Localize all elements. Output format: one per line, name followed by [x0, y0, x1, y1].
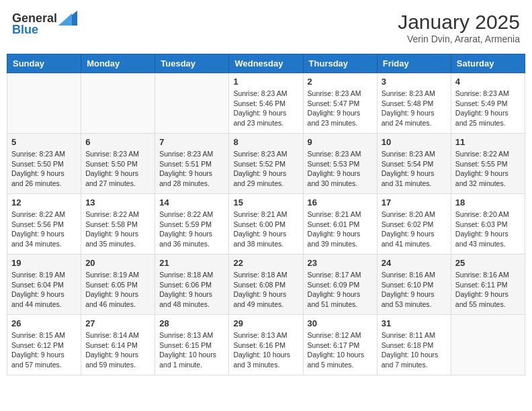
day-number: 31: [382, 318, 447, 328]
day-info: Sunrise: 8:13 AM Sunset: 6:15 PM Dayligh…: [159, 330, 224, 370]
day-number: 17: [382, 197, 447, 208]
calendar-day: 30Sunrise: 8:12 AM Sunset: 6:17 PM Dayli…: [303, 315, 377, 375]
calendar-day: 16Sunrise: 8:21 AM Sunset: 6:01 PM Dayli…: [303, 194, 377, 255]
calendar-day: 4Sunrise: 8:23 AM Sunset: 5:49 PM Daylig…: [451, 73, 525, 134]
calendar-day: 26Sunrise: 8:15 AM Sunset: 6:12 PM Dayli…: [7, 315, 81, 375]
day-info: Sunrise: 8:21 AM Sunset: 6:01 PM Dayligh…: [308, 210, 373, 249]
logo-icon: [58, 11, 77, 26]
calendar-week-4: 19Sunrise: 8:19 AM Sunset: 6:04 PM Dayli…: [7, 255, 525, 315]
day-number: 29: [233, 318, 298, 328]
days-of-week-row: SundayMondayTuesdayWednesdayThursdayFrid…: [7, 54, 525, 73]
calendar-day: 1Sunrise: 8:23 AM Sunset: 5:46 PM Daylig…: [229, 73, 303, 134]
calendar-day: 6Sunrise: 8:23 AM Sunset: 5:50 PM Daylig…: [81, 134, 155, 194]
dow-header-tuesday: Tuesday: [155, 54, 229, 73]
day-number: 2: [308, 77, 373, 87]
day-info: Sunrise: 8:22 AM Sunset: 5:55 PM Dayligh…: [455, 149, 521, 189]
dow-header-wednesday: Wednesday: [229, 54, 303, 73]
day-number: 6: [85, 137, 150, 147]
dow-header-sunday: Sunday: [7, 54, 81, 73]
day-number: 7: [159, 137, 224, 147]
day-number: 14: [159, 197, 224, 208]
calendar-day: 17Sunrise: 8:20 AM Sunset: 6:02 PM Dayli…: [377, 194, 451, 255]
logo-blue: Blue: [12, 23, 38, 37]
calendar-day: 29Sunrise: 8:13 AM Sunset: 6:16 PM Dayli…: [229, 315, 303, 375]
day-number: 11: [455, 137, 521, 147]
day-number: 3: [382, 77, 447, 87]
day-info: Sunrise: 8:23 AM Sunset: 5:52 PM Dayligh…: [233, 149, 298, 189]
day-info: Sunrise: 8:21 AM Sunset: 6:00 PM Dayligh…: [233, 210, 298, 249]
calendar-day: 20Sunrise: 8:19 AM Sunset: 6:05 PM Dayli…: [81, 255, 155, 315]
location: Verin Dvin, Ararat, Armenia: [398, 34, 520, 44]
day-number: 25: [455, 258, 521, 268]
day-number: 27: [85, 318, 150, 328]
day-number: 15: [233, 197, 298, 208]
day-info: Sunrise: 8:23 AM Sunset: 5:51 PM Dayligh…: [159, 149, 224, 189]
day-info: Sunrise: 8:23 AM Sunset: 5:50 PM Dayligh…: [85, 149, 150, 189]
day-number: 18: [455, 197, 521, 208]
day-number: 30: [308, 318, 373, 328]
calendar-day: 22Sunrise: 8:18 AM Sunset: 6:08 PM Dayli…: [229, 255, 303, 315]
calendar-day: 28Sunrise: 8:13 AM Sunset: 6:15 PM Dayli…: [155, 315, 229, 375]
day-info: Sunrise: 8:16 AM Sunset: 6:11 PM Dayligh…: [455, 270, 521, 310]
day-info: Sunrise: 8:13 AM Sunset: 6:16 PM Dayligh…: [233, 330, 298, 370]
day-info: Sunrise: 8:23 AM Sunset: 5:47 PM Dayligh…: [308, 89, 373, 128]
day-info: Sunrise: 8:11 AM Sunset: 6:18 PM Dayligh…: [382, 330, 447, 370]
calendar-day: 13Sunrise: 8:22 AM Sunset: 5:58 PM Dayli…: [81, 194, 155, 255]
calendar-body: 1Sunrise: 8:23 AM Sunset: 5:46 PM Daylig…: [7, 73, 525, 375]
calendar-day: 11Sunrise: 8:22 AM Sunset: 5:55 PM Dayli…: [451, 134, 525, 194]
day-info: Sunrise: 8:19 AM Sunset: 6:04 PM Dayligh…: [11, 270, 77, 310]
calendar-day: 24Sunrise: 8:16 AM Sunset: 6:10 PM Dayli…: [377, 255, 451, 315]
day-info: Sunrise: 8:14 AM Sunset: 6:14 PM Dayligh…: [85, 330, 150, 370]
calendar-day: 3Sunrise: 8:23 AM Sunset: 5:48 PM Daylig…: [377, 73, 451, 134]
day-number: 24: [382, 258, 447, 268]
day-number: 19: [11, 258, 77, 268]
day-info: Sunrise: 8:23 AM Sunset: 5:49 PM Dayligh…: [455, 89, 521, 128]
dow-header-friday: Friday: [377, 54, 451, 73]
day-number: 16: [308, 197, 373, 208]
day-number: 8: [233, 137, 298, 147]
day-info: Sunrise: 8:15 AM Sunset: 6:12 PM Dayligh…: [11, 330, 77, 370]
day-number: 4: [455, 77, 521, 87]
day-number: 13: [85, 197, 150, 208]
day-info: Sunrise: 8:22 AM Sunset: 5:59 PM Dayligh…: [159, 210, 224, 249]
day-info: Sunrise: 8:17 AM Sunset: 6:09 PM Dayligh…: [308, 270, 373, 310]
calendar-week-5: 26Sunrise: 8:15 AM Sunset: 6:12 PM Dayli…: [7, 315, 525, 375]
title-block: January 2025 Verin Dvin, Ararat, Armenia: [398, 11, 520, 44]
svg-marker-1: [58, 13, 72, 26]
day-info: Sunrise: 8:12 AM Sunset: 6:17 PM Dayligh…: [308, 330, 373, 370]
calendar-day: 2Sunrise: 8:23 AM Sunset: 5:47 PM Daylig…: [303, 73, 377, 134]
day-info: Sunrise: 8:23 AM Sunset: 5:54 PM Dayligh…: [382, 149, 447, 189]
calendar-day: 15Sunrise: 8:21 AM Sunset: 6:00 PM Dayli…: [229, 194, 303, 255]
calendar-day: 7Sunrise: 8:23 AM Sunset: 5:51 PM Daylig…: [155, 134, 229, 194]
calendar-table: SundayMondayTuesdayWednesdayThursdayFrid…: [7, 54, 525, 375]
calendar-day: 31Sunrise: 8:11 AM Sunset: 6:18 PM Dayli…: [377, 315, 451, 375]
day-info: Sunrise: 8:18 AM Sunset: 6:06 PM Dayligh…: [159, 270, 224, 310]
calendar-day: 14Sunrise: 8:22 AM Sunset: 5:59 PM Dayli…: [155, 194, 229, 255]
calendar-day: 21Sunrise: 8:18 AM Sunset: 6:06 PM Dayli…: [155, 255, 229, 315]
calendar-day: 18Sunrise: 8:20 AM Sunset: 6:03 PM Dayli…: [451, 194, 525, 255]
day-number: 12: [11, 197, 77, 208]
dow-header-monday: Monday: [81, 54, 155, 73]
day-info: Sunrise: 8:23 AM Sunset: 5:53 PM Dayligh…: [308, 149, 373, 189]
month-title: January 2025: [398, 11, 520, 34]
calendar-day: 9Sunrise: 8:23 AM Sunset: 5:53 PM Daylig…: [303, 134, 377, 194]
day-info: Sunrise: 8:22 AM Sunset: 5:58 PM Dayligh…: [85, 210, 150, 249]
calendar-day: [81, 73, 155, 134]
day-info: Sunrise: 8:19 AM Sunset: 6:05 PM Dayligh…: [85, 270, 150, 310]
day-info: Sunrise: 8:16 AM Sunset: 6:10 PM Dayligh…: [382, 270, 447, 310]
calendar-week-3: 12Sunrise: 8:22 AM Sunset: 5:56 PM Dayli…: [7, 194, 525, 255]
logo: General Blue: [12, 11, 77, 37]
page-header: General Blue January 2025 Verin Dvin, Ar…: [7, 7, 525, 48]
calendar-day: 25Sunrise: 8:16 AM Sunset: 6:11 PM Dayli…: [451, 255, 525, 315]
day-number: 22: [233, 258, 298, 268]
day-number: 10: [382, 137, 447, 147]
calendar-day: 12Sunrise: 8:22 AM Sunset: 5:56 PM Dayli…: [7, 194, 81, 255]
calendar-week-1: 1Sunrise: 8:23 AM Sunset: 5:46 PM Daylig…: [7, 73, 525, 134]
day-number: 5: [11, 137, 77, 147]
day-info: Sunrise: 8:23 AM Sunset: 5:50 PM Dayligh…: [11, 149, 77, 189]
calendar-day: 27Sunrise: 8:14 AM Sunset: 6:14 PM Dayli…: [81, 315, 155, 375]
calendar-day: [7, 73, 81, 134]
calendar-day: 5Sunrise: 8:23 AM Sunset: 5:50 PM Daylig…: [7, 134, 81, 194]
day-number: 1: [233, 77, 298, 87]
day-number: 9: [308, 137, 373, 147]
